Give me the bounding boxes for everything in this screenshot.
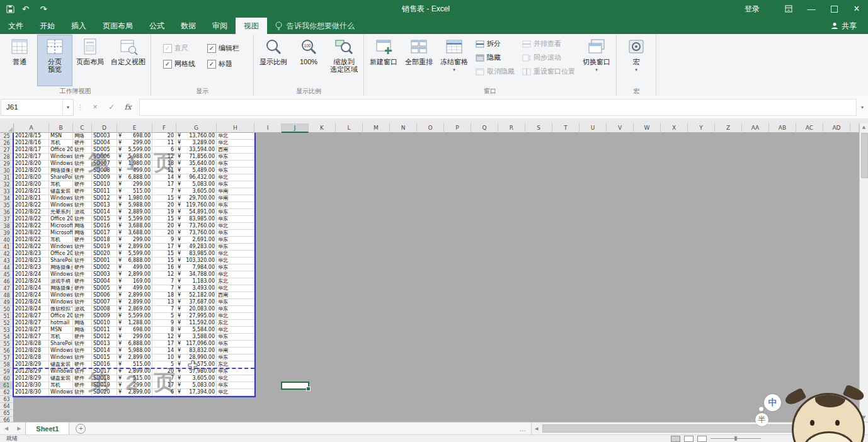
- cell[interactable]: 华北: [217, 285, 254, 292]
- cell[interactable]: ¥3,688.00: [117, 230, 152, 237]
- cell[interactable]: Windows 8: [49, 354, 73, 361]
- insert-function-button[interactable]: fx: [120, 103, 136, 111]
- row-header-44[interactable]: 44: [0, 264, 14, 271]
- column-header-AC[interactable]: AC: [796, 123, 823, 133]
- cell[interactable]: 2012/8/27: [14, 327, 49, 334]
- tab-scrollbar-splitter[interactable]: …: [519, 425, 531, 433]
- cell[interactable]: 6: [152, 147, 176, 154]
- column-header-C[interactable]: C: [73, 123, 92, 133]
- page-break-preview-button[interactable]: 分页预览: [37, 35, 72, 86]
- cell[interactable]: 软件: [73, 195, 92, 202]
- cell[interactable]: ¥29,700.00: [176, 195, 217, 202]
- cell[interactable]: 14: [152, 174, 176, 181]
- tab-review[interactable]: 审阅: [204, 18, 236, 34]
- formula-input[interactable]: [139, 99, 857, 116]
- tab-formulas[interactable]: 公式: [141, 18, 173, 34]
- zoom-100-button[interactable]: 100 100%: [291, 35, 326, 86]
- cell[interactable]: 15: [152, 251, 176, 258]
- cell[interactable]: 2012/8/28: [14, 354, 49, 361]
- cell[interactable]: SD004: [92, 140, 117, 147]
- cell[interactable]: 20: [152, 223, 176, 230]
- cell[interactable]: ¥34,788.00: [176, 271, 217, 278]
- cell[interactable]: ¥5,584.00: [176, 327, 217, 334]
- cell[interactable]: 2012/8/15: [14, 133, 49, 140]
- row-header-51[interactable]: 51: [0, 313, 14, 320]
- cell[interactable]: 19: [152, 209, 176, 216]
- cell[interactable]: 硬件: [73, 188, 92, 195]
- column-header-A[interactable]: A: [14, 123, 49, 133]
- cell[interactable]: 硬件: [73, 285, 92, 292]
- cell[interactable]: ¥2,899.00: [117, 389, 152, 396]
- cell[interactable]: ¥299.00: [117, 334, 152, 341]
- cell[interactable]: 硬件: [73, 167, 92, 174]
- cell[interactable]: 华北: [217, 389, 254, 396]
- cell[interactable]: ¥698.00: [117, 133, 152, 140]
- tell-me-box[interactable]: 告诉我你想要做什么: [267, 18, 362, 34]
- cell[interactable]: 东北: [217, 320, 254, 327]
- cell[interactable]: 华南: [217, 188, 254, 195]
- cell[interactable]: 光晕系列: [49, 209, 73, 216]
- cell[interactable]: 软件: [73, 154, 92, 161]
- cell[interactable]: 2012/8/24: [14, 292, 49, 299]
- row-header-41[interactable]: 41: [0, 244, 14, 251]
- cell[interactable]: 游戏: [73, 306, 92, 313]
- row-header-65[interactable]: 65: [0, 410, 14, 417]
- custom-views-button[interactable]: 自定义视图: [108, 35, 149, 86]
- row-header-66[interactable]: 66: [0, 417, 14, 422]
- cell[interactable]: 15: [152, 216, 176, 223]
- row-header-55[interactable]: 55: [0, 341, 14, 348]
- cell[interactable]: Windows 8: [49, 368, 73, 375]
- cell[interactable]: 11: [152, 140, 176, 147]
- cell[interactable]: ¥299.00: [117, 181, 152, 188]
- cell[interactable]: Windows M: [49, 195, 73, 202]
- cell[interactable]: SD009: [92, 313, 117, 320]
- cell[interactable]: SD002: [92, 264, 117, 271]
- cell[interactable]: 12: [152, 154, 176, 161]
- row-header-50[interactable]: 50: [0, 306, 14, 313]
- cell[interactable]: 12: [152, 271, 176, 278]
- cell[interactable]: 硬件: [73, 334, 92, 341]
- cell[interactable]: 网络: [73, 230, 92, 237]
- cell[interactable]: ¥83,832.00: [176, 348, 217, 354]
- cell[interactable]: 华东: [217, 306, 254, 313]
- cell[interactable]: 2012/8/22: [14, 237, 49, 244]
- cell[interactable]: 2012/8/30: [14, 382, 49, 389]
- cell[interactable]: 2012/8/24: [14, 278, 49, 285]
- row-header-33[interactable]: 33: [0, 188, 14, 195]
- cell[interactable]: 12: [152, 334, 176, 341]
- cell[interactable]: ¥1,183.00: [176, 278, 217, 285]
- cell[interactable]: ¥5,489.00: [176, 167, 217, 174]
- cell[interactable]: 键盘套装: [49, 375, 73, 382]
- cell[interactable]: 2012/8/22: [14, 202, 49, 209]
- cell[interactable]: SD012: [92, 195, 117, 202]
- cell[interactable]: 华北: [217, 327, 254, 334]
- cell[interactable]: 华东: [217, 161, 254, 167]
- cell[interactable]: ¥2,691.00: [176, 237, 217, 244]
- cell[interactable]: Microsoft: [49, 223, 73, 230]
- column-header-overflow[interactable]: [850, 123, 859, 133]
- cell[interactable]: 20: [152, 202, 176, 209]
- cell[interactable]: SD020: [92, 251, 117, 258]
- row-header-47[interactable]: 47: [0, 285, 14, 292]
- cell[interactable]: SD014: [92, 209, 117, 216]
- maximize-button[interactable]: [823, 0, 845, 18]
- column-header-P[interactable]: P: [444, 123, 471, 133]
- minimize-button[interactable]: —: [800, 0, 823, 18]
- cell[interactable]: 2012/8/16: [14, 140, 49, 147]
- switch-windows-button[interactable]: 切换窗口 ▾: [579, 35, 614, 86]
- cell[interactable]: 18: [152, 292, 176, 299]
- cell[interactable]: 2012/8/20: [14, 174, 49, 181]
- column-header-Y[interactable]: Y: [688, 123, 715, 133]
- cell[interactable]: 华东: [217, 237, 254, 244]
- cell[interactable]: Office 201: [49, 147, 73, 154]
- cell[interactable]: 20: [152, 133, 176, 140]
- cell[interactable]: ¥299.00: [117, 237, 152, 244]
- cell[interactable]: 17: [152, 181, 176, 188]
- name-box[interactable]: J61 ▾: [1, 99, 74, 116]
- cell[interactable]: ¥299.00: [117, 382, 152, 389]
- cell[interactable]: 8: [152, 327, 176, 334]
- cell[interactable]: ¥103,320.00: [176, 258, 217, 264]
- cell[interactable]: 华东: [217, 341, 254, 348]
- cell[interactable]: 软件: [73, 258, 92, 264]
- cell[interactable]: SD007: [92, 161, 117, 167]
